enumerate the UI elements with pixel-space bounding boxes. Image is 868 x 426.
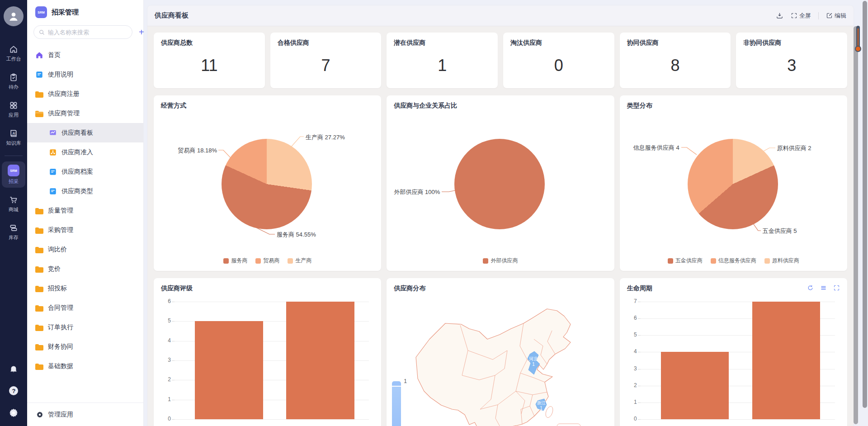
sidebar-item-supplier-type[interactable]: 供应商类型	[27, 181, 143, 201]
sidebar-item-tender[interactable]: 招投标	[27, 279, 143, 298]
sidebar-item-finance-collaboration[interactable]: 财务协同	[27, 337, 143, 356]
manage-app-label: 管理应用	[48, 411, 73, 419]
settings-gear-icon[interactable]	[9, 408, 19, 418]
bar-value-6[interactable]	[286, 302, 354, 419]
legend-swatch	[223, 258, 229, 264]
sidebar-item-supplier-management[interactable]: 供应商管理	[27, 104, 143, 123]
legend-item[interactable]: 贸易商	[255, 257, 279, 265]
download-button[interactable]	[776, 12, 783, 19]
stat-value: 8	[620, 56, 731, 75]
menu-label: 基础数据	[48, 362, 73, 370]
stat-card-qualified: 合格供应商 7	[270, 33, 382, 88]
sidebar-item-bidding[interactable]: 竞价	[27, 259, 143, 279]
app-logo-icon: SRM	[35, 6, 47, 18]
bar-value-7[interactable]	[752, 302, 821, 419]
menu-label: 供应商注册	[48, 90, 80, 98]
rail-item-todo[interactable]: 待办	[2, 70, 25, 93]
enterprise-relation-pie[interactable]	[454, 139, 545, 229]
rail-item-procurement[interactable]: SRM 招采	[2, 161, 25, 188]
rail-item-label: 商城	[9, 206, 19, 213]
main-content: 供应商看板 全屏 编辑	[144, 0, 868, 426]
sidebar-item-supplier-archive[interactable]: 供应商档案	[27, 162, 143, 181]
rail-item-label: 招采	[9, 178, 19, 185]
sidebar-item-supplier-dashboard[interactable]: 供应商看板	[27, 123, 143, 142]
fullscreen-icon[interactable]	[833, 284, 840, 291]
legend-label: 生产商	[295, 257, 311, 265]
pie-label-trader: 贸易商 18.18%	[172, 147, 217, 155]
sidebar-item-base-data[interactable]: 基础数据	[27, 356, 143, 376]
sidebar-item-purchase-management[interactable]: 采购管理	[27, 220, 143, 240]
sidebar-item-order-execution[interactable]: 订单执行	[27, 317, 143, 337]
document-icon	[35, 71, 43, 79]
divider	[818, 12, 819, 19]
search-input[interactable]	[48, 29, 127, 36]
map-label-hebei: 河北	[529, 356, 538, 361]
rail-item-apps[interactable]: 应用	[2, 98, 25, 121]
menu-icon[interactable]	[820, 284, 827, 291]
thermometer-widget[interactable]	[854, 26, 862, 54]
rail-item-knowledge-base[interactable]: 知识库	[2, 126, 25, 149]
menu-label: 供应商准入	[61, 148, 93, 156]
menu-label: 供应商档案	[61, 168, 93, 176]
sidebar-item-home[interactable]: 首页	[27, 45, 143, 65]
stat-label: 合格供应商	[278, 39, 374, 47]
legend-swatch	[711, 258, 716, 264]
sidebar-item-supplier-access[interactable]: 供应商准入	[27, 142, 143, 162]
menu-label: 订单执行	[48, 323, 73, 331]
refresh-icon[interactable]	[807, 284, 814, 291]
sidebar-search-row: +	[27, 25, 143, 45]
legend-label: 外部供应商	[491, 257, 518, 265]
folder-open-icon	[35, 111, 43, 117]
thermometer-mercury	[858, 28, 859, 47]
notifications-bell-icon[interactable]	[9, 364, 19, 374]
chart-card-lifecycle: 生命周期 01234567	[620, 278, 847, 426]
legend-item[interactable]: 五金供应商	[668, 257, 703, 265]
legend-item[interactable]: 服务商	[223, 257, 247, 265]
chart-title: 生命周期	[627, 284, 652, 293]
boxes-icon	[9, 223, 18, 232]
edit-button[interactable]: 编辑	[826, 12, 846, 20]
rail-item-workbench[interactable]: 工作台	[2, 42, 25, 65]
fullscreen-button[interactable]: 全屏	[791, 12, 811, 20]
business-mode-pie[interactable]	[222, 139, 312, 229]
app-root: 工作台 待办 应用 知识库 SRM 招采 商城 库存	[0, 0, 868, 426]
edit-label: 编辑	[835, 12, 846, 20]
bar-value-4[interactable]	[661, 352, 729, 419]
legend-item[interactable]: 信息服务供应商	[711, 257, 756, 265]
chart-title: 供应商与企业关系占比	[394, 102, 457, 110]
legend-item[interactable]: 外部供应商	[483, 257, 518, 265]
bar-value-5[interactable]	[195, 321, 263, 419]
pie-label-producer: 生产商 27.27%	[306, 133, 345, 142]
visualmap-bar[interactable]	[392, 387, 401, 426]
stat-card-total: 供应商总数 11	[154, 33, 265, 88]
search-box[interactable]	[33, 25, 132, 39]
sidebar-item-supplier-register[interactable]: 供应商注册	[27, 84, 143, 104]
manage-app-button[interactable]: 管理应用	[27, 402, 143, 426]
chart-title: 经营方式	[161, 102, 186, 110]
chart-legend: 五金供应商 信息服务供应商 原料供应商	[620, 257, 847, 265]
help-icon[interactable]	[8, 385, 19, 396]
folder-icon	[35, 364, 43, 370]
user-avatar[interactable]	[4, 6, 24, 26]
sidebar-item-contract-management[interactable]: 合同管理	[27, 298, 143, 317]
legend-item[interactable]: 原料供应商	[764, 257, 799, 265]
rail-item-inventory[interactable]: 库存	[2, 220, 25, 244]
panel-scrollbar[interactable]	[854, 26, 858, 424]
stat-label: 非协同供应商	[743, 39, 840, 47]
legend-swatch	[288, 258, 293, 264]
sidebar-item-quality-management[interactable]: 质量管理	[27, 201, 143, 220]
legend-item[interactable]: 生产商	[288, 257, 311, 265]
page-scrollbar[interactable]	[863, 1, 867, 408]
china-map[interactable]: 河北 1 浙江 1	[411, 296, 606, 426]
stat-label: 协同供应商	[627, 39, 724, 47]
lifecycle-bar-plot[interactable]: 01234567	[641, 302, 835, 419]
visualmap-max-label: 1	[404, 378, 407, 384]
menu-label: 竞价	[48, 265, 61, 273]
supplier-rating-bar-plot[interactable]: 0123456	[175, 302, 369, 419]
legend-swatch	[255, 258, 261, 264]
type-distribution-pie[interactable]	[688, 139, 778, 229]
sidebar-item-inquiry[interactable]: 询比价	[27, 240, 143, 259]
pie-charts-row: 经营方式 生产商 27.27% 贸易商 18.18% 服务商 54.55% 服务…	[154, 95, 847, 271]
rail-item-mall[interactable]: 商城	[2, 192, 25, 216]
sidebar-item-usage-guide[interactable]: 使用说明	[27, 65, 143, 84]
